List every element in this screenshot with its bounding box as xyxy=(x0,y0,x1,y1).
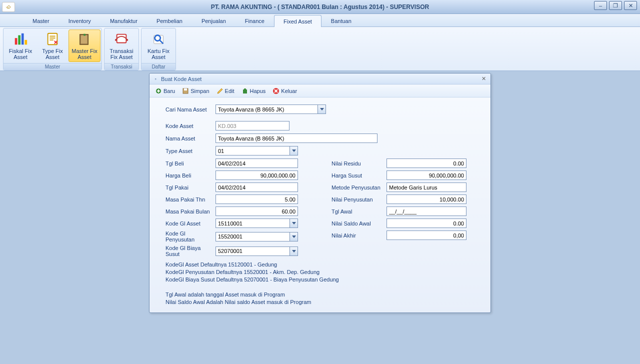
chevron-down-icon xyxy=(292,222,296,224)
gl-asset-combo[interactable] xyxy=(216,218,290,228)
tgl-beli-input[interactable] xyxy=(216,158,298,168)
label-type: Type Asset xyxy=(166,148,216,154)
nilai-residu-input[interactable] xyxy=(386,158,466,168)
label-masa-bln: Masa Pakai Bulan xyxy=(166,208,216,214)
toolbar-edit-button[interactable]: Edit xyxy=(215,86,236,96)
label-saldo-awal: Nilai Saldo Awal xyxy=(332,220,386,226)
dialog-titlebar: ▫ Buat Kode Asset ✕ xyxy=(150,74,490,84)
cari-nama-dropdown-button[interactable] xyxy=(318,104,326,114)
nilai-akhir-input[interactable] xyxy=(386,230,466,240)
masa-bln-input[interactable] xyxy=(216,206,298,216)
svg-rect-3 xyxy=(24,40,27,44)
svg-rect-6 xyxy=(81,36,88,44)
gl-peny-combo[interactable] xyxy=(216,232,290,242)
type-fix-asset-icon xyxy=(44,31,60,47)
window-title: PT. RAMA AKUNTING - ( STANDAR001 Bulan :… xyxy=(0,4,640,10)
close-button[interactable]: ✕ xyxy=(624,1,637,10)
nama-asset-input[interactable] xyxy=(216,134,378,143)
gl-asset-dropdown-button[interactable] xyxy=(290,218,298,228)
menu-tab-manufaktur[interactable]: Manufaktur xyxy=(100,14,147,26)
notes-block: KodeGl Asset Defaultnya 15120001 - Gedun… xyxy=(166,261,482,306)
gl-biaya-dropdown-button[interactable] xyxy=(290,246,298,256)
svg-rect-8 xyxy=(117,34,126,43)
label-metode: Metode Penyusutan xyxy=(332,184,386,190)
label-nilai-peny: Nilai Penyusutan xyxy=(332,196,386,202)
menu-tab-bantuan[interactable]: Bantuan xyxy=(322,14,361,26)
label-nama: Nama Asset xyxy=(166,136,216,142)
gl-peny-dropdown-button[interactable] xyxy=(290,232,298,242)
dialog-body: Cari Nama Asset Kode Asset Nama Asset Ty… xyxy=(150,98,490,310)
label-gl-peny: Kode Gl Penyusutan xyxy=(166,230,216,242)
chevron-down-icon xyxy=(320,108,324,110)
dialog-buat-kode-asset: ▫ Buat Kode Asset ✕ BaruSimpanEditHapusK… xyxy=(149,73,491,313)
nilai-peny-input[interactable] xyxy=(386,194,466,204)
fiskal-fix-asset-button[interactable]: Fiskal Fix Asset xyxy=(4,30,36,62)
type-asset-dropdown-button[interactable] xyxy=(290,146,298,156)
menu-tab-master[interactable]: Master xyxy=(23,14,59,26)
chevron-down-icon xyxy=(292,250,296,252)
svg-rect-2 xyxy=(22,34,24,45)
toolbar-keluar-button[interactable]: Keluar xyxy=(271,86,298,96)
label-gl-biaya: Kode Gl Biaya Susut xyxy=(166,245,216,257)
tgl-awal-input[interactable] xyxy=(386,206,466,216)
ribbon-group-master: Fiskal Fix AssetType Fix AssetMaster Fix… xyxy=(3,28,102,70)
main-menu: MasterInventoryManufakturPembelianPenjua… xyxy=(0,14,640,27)
simpan-icon xyxy=(182,88,189,94)
baru-icon xyxy=(155,88,162,94)
toolbar-simpan-label: Simpan xyxy=(190,88,209,94)
note-line: KodeGl Penyusutan Defaultnya 15520001 - … xyxy=(166,268,482,276)
label-harga-beli: Harga Beli xyxy=(166,172,216,178)
label-kode: Kode Asset xyxy=(166,123,216,129)
ribbon-group-label: Master xyxy=(4,63,102,70)
kartu-fix-asset-button[interactable]: Kartu Fix Asset xyxy=(142,30,174,62)
ribbon-group-label: Transaksi xyxy=(104,63,138,70)
toolbar-keluar-label: Keluar xyxy=(281,88,297,94)
svg-rect-1 xyxy=(18,36,20,45)
label-harga-susut: Harga Susut xyxy=(332,172,386,178)
tgl-pakai-input[interactable] xyxy=(216,182,298,192)
harga-beli-input[interactable] xyxy=(216,170,298,180)
masa-thn-input[interactable] xyxy=(216,194,298,204)
menu-tab-finance[interactable]: Finance xyxy=(236,14,274,26)
kartu-fix-asset-button-label: Kartu Fix Asset xyxy=(144,48,173,60)
cari-nama-combo[interactable] xyxy=(216,104,318,114)
harga-susut-input[interactable] xyxy=(386,170,466,180)
label-masa-thn: Masa Pakai Thn xyxy=(166,196,216,202)
svg-point-9 xyxy=(115,39,117,41)
toolbar-baru-button[interactable]: Baru xyxy=(154,86,176,96)
gl-biaya-combo[interactable] xyxy=(216,246,290,256)
label-tgl-beli: Tgl Beli xyxy=(166,160,216,166)
dialog-close-button[interactable]: ✕ xyxy=(480,75,488,82)
toolbar-hapus-button[interactable]: Hapus xyxy=(240,86,268,96)
minimize-button[interactable]: – xyxy=(594,1,607,10)
note-line xyxy=(166,284,482,291)
transaksi-fix-asset-button[interactable]: Transaksi Fix Asset xyxy=(106,30,138,62)
transaksi-fix-asset-button-label: Transaksi Fix Asset xyxy=(107,48,136,60)
workspace: ▫ Buat Kode Asset ✕ BaruSimpanEditHapusK… xyxy=(0,71,640,364)
transaksi-fix-asset-icon xyxy=(114,31,130,47)
note-line: KodeGl Biaya Susut Defaultnya 52070001 -… xyxy=(166,276,482,284)
saldo-awal-input[interactable] xyxy=(386,218,466,228)
menu-tab-inventory[interactable]: Inventory xyxy=(59,14,100,26)
svg-rect-7 xyxy=(84,34,86,36)
menu-tab-fixed-asset[interactable]: Fixed Asset xyxy=(274,15,322,27)
titlebar: ꩜ PT. RAMA AKUNTING - ( STANDAR001 Bulan… xyxy=(0,0,640,14)
maximize-button[interactable]: ❐ xyxy=(609,1,622,10)
svg-rect-17 xyxy=(243,90,247,94)
toolbar-hapus-label: Hapus xyxy=(250,88,266,94)
ribbon-group-daftar: Kartu Fix AssetDaftar xyxy=(141,28,176,70)
type-asset-combo[interactable] xyxy=(216,146,290,156)
master-fix-asset-button[interactable]: Master Fix Asset xyxy=(68,30,100,62)
fiskal-fix-asset-icon xyxy=(12,31,28,47)
kartu-fix-asset-icon xyxy=(150,31,166,47)
fiskal-fix-asset-button-label: Fiskal Fix Asset xyxy=(6,48,35,60)
menu-tab-penjualan[interactable]: Penjualan xyxy=(192,14,236,26)
menu-tab-pembelian[interactable]: Pembelian xyxy=(147,14,192,26)
dialog-title: Buat Kode Asset xyxy=(161,76,202,82)
metode-input[interactable] xyxy=(386,182,466,192)
svg-rect-18 xyxy=(244,88,246,90)
ribbon-group-transaksi: Transaksi Fix AssetTransaksi xyxy=(104,28,139,70)
ribbon: Fiskal Fix AssetType Fix AssetMaster Fix… xyxy=(0,27,640,71)
toolbar-simpan-button[interactable]: Simpan xyxy=(180,86,210,96)
type-fix-asset-button[interactable]: Type Fix Asset xyxy=(36,30,68,62)
